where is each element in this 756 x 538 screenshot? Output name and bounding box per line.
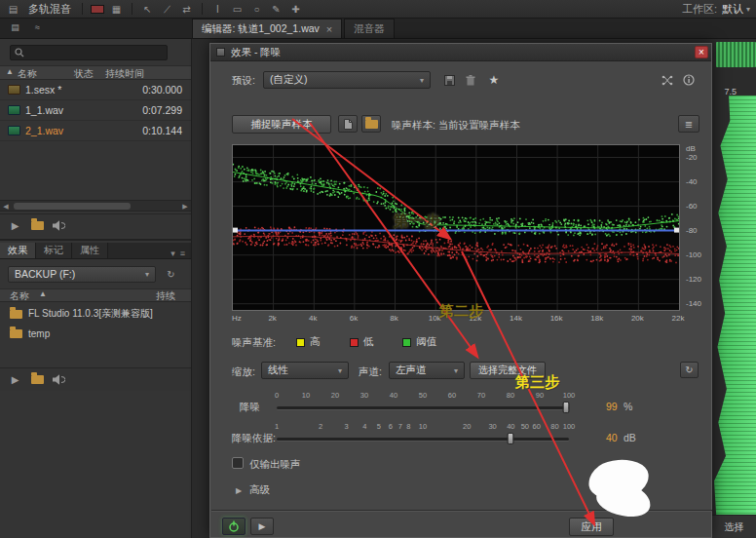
tab-properties[interactable]: 属性 — [72, 243, 108, 258]
scroll-left-icon[interactable]: ◀ — [0, 201, 12, 211]
favorites-panel-icon[interactable]: ≈ — [30, 20, 45, 35]
preset-dropdown[interactable]: (自定义) ▾ — [263, 71, 431, 89]
slider-track[interactable] — [277, 438, 569, 441]
noise-reduction-value[interactable]: 99 — [606, 401, 618, 412]
channel-map-icon[interactable] — [659, 71, 676, 89]
column-duration[interactable]: 持续 — [156, 289, 175, 303]
reduce-by-value[interactable]: 40 — [606, 432, 618, 443]
db-axis-label: -80 — [686, 226, 698, 235]
channel-dropdown[interactable]: 左声道 ▾ — [389, 362, 465, 379]
save-preset-icon[interactable] — [440, 71, 458, 89]
close-icon[interactable]: × — [695, 46, 708, 58]
channel-value: 左声道 — [396, 364, 427, 377]
chevron-down-icon: ▾ — [746, 5, 750, 14]
slider-track[interactable] — [277, 406, 569, 409]
folder-row[interactable]: temp — [0, 324, 191, 343]
tab-mixer[interactable]: 混音器 — [344, 19, 395, 38]
spectral-display-icon[interactable]: ▦ — [109, 2, 124, 17]
column-status[interactable]: 状态 — [74, 67, 94, 81]
waveform-band[interactable] — [716, 42, 756, 67]
legend-label: 低 — [363, 335, 374, 349]
spectrum-graph[interactable] — [232, 144, 680, 311]
slider-tick-label: 4 — [362, 422, 366, 431]
time-selection-tool-icon[interactable]: I — [210, 2, 225, 17]
panel-menu-icon[interactable]: ≡ — [180, 249, 185, 258]
move-tool-icon[interactable]: ↖ — [140, 2, 155, 17]
spot-healing-tool-icon[interactable]: ✚ — [288, 2, 303, 17]
db-axis-label: -120 — [686, 275, 701, 284]
lasso-selection-tool-icon[interactable]: ○ — [249, 2, 264, 17]
advanced-label[interactable]: 高级 — [249, 483, 270, 497]
capture-noise-print-button[interactable]: 捕捉噪声样本 — [232, 115, 331, 134]
paintbrush-tool-icon[interactable]: ✎ — [269, 2, 284, 17]
column-duration[interactable]: 持续时间 — [105, 67, 144, 81]
waveform-display[interactable] — [714, 96, 756, 515]
workspace-dropdown[interactable]: 默认 ▾ — [722, 2, 750, 17]
chevron-down-icon: ▾ — [137, 270, 149, 279]
slider-tick-label: 20 — [463, 422, 471, 431]
select-entire-file-button[interactable]: 选择完整文件 — [470, 362, 546, 379]
sort-asc-icon[interactable]: ▲ — [6, 67, 14, 76]
preview-play-button[interactable]: ▶ — [250, 518, 274, 535]
slider-thumb[interactable] — [563, 402, 570, 413]
ruler-label: 7.5 — [724, 87, 737, 96]
scale-dropdown[interactable]: 线性 ▾ — [261, 362, 349, 379]
advanced-expander-icon[interactable]: ▶ — [236, 486, 242, 495]
razor-tool-icon[interactable]: ⟋ — [160, 2, 174, 17]
file-row[interactable]: 1.sesx * 0:30.000 — [0, 80, 191, 100]
slip-tool-icon[interactable]: ⇄ — [179, 2, 194, 17]
column-name[interactable]: 名称 — [10, 289, 29, 303]
reset-icon[interactable]: ↻ — [680, 362, 699, 378]
horizontal-scrollbar[interactable]: ◀ ▶ — [0, 200, 191, 211]
open-folder-icon[interactable] — [31, 375, 44, 384]
freq-axis-label: 2k — [268, 314, 276, 323]
effect-power-toggle[interactable] — [222, 518, 246, 535]
waveform-color-icon[interactable] — [91, 5, 104, 14]
reduce-by-unit: dB — [624, 432, 636, 443]
favorite-icon[interactable]: ★ — [485, 71, 503, 89]
close-tab-icon[interactable]: × — [326, 24, 332, 34]
workspace-switcher: 工作区: 默认 ▾ — [682, 2, 750, 17]
tab-effects[interactable]: 效果 — [0, 243, 36, 258]
info-icon[interactable] — [680, 71, 698, 89]
audition-app: ▤ 多轨混音 ▦ ↖ ⟋ ⇄ I ▭ ○ ✎ ✚ 工作区: 默认 ▾ ▤ ≈ 编… — [0, 0, 756, 538]
search-box — [10, 45, 168, 60]
multitrack-button[interactable]: 多轨混音 — [25, 2, 74, 17]
drive-dropdown[interactable]: BACKUP (F:) ▾ — [8, 266, 156, 283]
insert-into-multitrack-icon[interactable]: ▶ — [8, 218, 22, 233]
output-noise-only-checkbox[interactable] — [232, 457, 244, 469]
save-noise-print-icon[interactable] — [338, 115, 358, 133]
play-icon[interactable]: ▶ — [8, 372, 22, 387]
search-input[interactable] — [28, 48, 163, 58]
graph-options-icon[interactable]: ≣ — [678, 115, 699, 133]
open-file-icon[interactable] — [31, 221, 44, 230]
folder-row[interactable]: FL Studio 11.0.3[亲测兼容版] — [0, 304, 191, 324]
waveform-strip: 7.5 选择 — [712, 39, 756, 538]
freq-axis-label: 18k — [590, 314, 603, 323]
slider-tick-label: 10 — [302, 391, 310, 400]
apply-button[interactable]: 应用 — [569, 518, 614, 536]
scroll-right-icon[interactable]: ▶ — [179, 201, 191, 211]
file-row[interactable]: 1_1.wav 0:07.299 — [0, 100, 191, 121]
reduce-by-slider[interactable]: 1234567810203040506080100 — [277, 422, 569, 449]
scrollbar-thumb[interactable] — [14, 203, 131, 210]
slider-tick-label: 50 — [419, 391, 427, 400]
tab-editor[interactable]: 编辑器: 轨道1_002_1.wav × — [192, 19, 342, 38]
speaker-icon[interactable] — [53, 220, 65, 231]
file-row[interactable]: 2_1.wav 0:10.144 — [0, 121, 191, 141]
speaker-icon[interactable] — [53, 374, 65, 385]
slider-thumb[interactable] — [508, 433, 514, 444]
dialog-titlebar[interactable]: 效果 - 降噪 × — [210, 44, 711, 61]
wave-file-icon — [8, 105, 20, 115]
multitrack-view-icon[interactable]: ▤ — [6, 2, 20, 17]
refresh-icon[interactable]: ↻ — [164, 267, 178, 282]
files-panel-icon[interactable]: ▤ — [8, 20, 22, 35]
noise-reduction-slider[interactable]: 0102030405060708090100 — [277, 391, 569, 418]
tab-markers[interactable]: 标记 — [36, 243, 72, 258]
delete-preset-icon[interactable] — [462, 71, 479, 89]
column-name[interactable]: 名称 — [18, 67, 37, 81]
chevron-down-icon[interactable]: ▾ — [170, 249, 175, 258]
load-noise-print-icon[interactable] — [361, 115, 381, 133]
noise-reduction-unit: % — [624, 401, 632, 412]
marquee-selection-tool-icon[interactable]: ▭ — [230, 2, 245, 17]
